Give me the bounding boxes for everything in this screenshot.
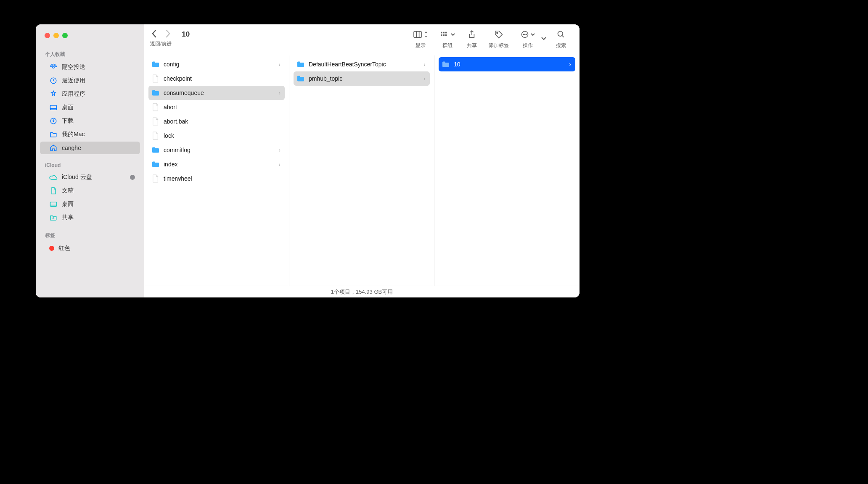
view-mode-button[interactable]: 显示 xyxy=(413,29,428,49)
sidebar-item-tag-red[interactable]: 红色 xyxy=(40,242,140,255)
toolbar-label: 显示 xyxy=(415,42,426,49)
action-button[interactable]: 操作 xyxy=(521,29,535,49)
toolbar-label: 共享 xyxy=(467,42,477,49)
chevron-right-icon: › xyxy=(423,61,426,68)
svg-rect-11 xyxy=(443,34,445,36)
sidebar-item-home[interactable]: canghe xyxy=(40,142,140,154)
svg-point-18 xyxy=(558,32,563,37)
folder-row[interactable]: config› xyxy=(148,57,285,71)
file-icon xyxy=(151,117,160,126)
row-label: checkpoint xyxy=(164,75,281,82)
row-label: abort xyxy=(164,104,281,110)
columns-icon xyxy=(413,29,428,39)
file-row[interactable]: abort xyxy=(148,100,285,114)
home-icon xyxy=(49,144,58,152)
tag-button[interactable]: 添加标签 xyxy=(489,29,509,49)
sidebar-item-icloud-desktop[interactable]: 桌面 xyxy=(40,198,140,210)
nav-group: 返回/前进 xyxy=(150,29,172,47)
group-button[interactable]: 群组 xyxy=(440,29,455,49)
row-label: lock xyxy=(164,132,281,139)
svg-rect-12 xyxy=(445,34,447,36)
row-label: index xyxy=(164,161,278,168)
sidebar-item-applications[interactable]: 应用程序 xyxy=(40,88,140,100)
sidebar-item-label: canghe xyxy=(62,145,135,151)
file-row[interactable]: timerwheel xyxy=(148,171,285,186)
sidebar-item-label: 共享 xyxy=(62,214,135,221)
svg-rect-7 xyxy=(441,32,442,34)
toolbar: 返回/前进 10 显示 群组 xyxy=(144,24,580,55)
file-row[interactable]: lock xyxy=(148,129,285,143)
nav-caption: 返回/前进 xyxy=(150,40,172,47)
sidebar-item-label: 桌面 xyxy=(62,200,135,208)
zoom-window-button[interactable] xyxy=(62,33,68,38)
folder-icon xyxy=(151,160,160,169)
folder-row[interactable]: 10› xyxy=(439,57,575,71)
folder-icon xyxy=(151,88,160,97)
svg-point-17 xyxy=(526,34,527,35)
share-button[interactable]: 共享 xyxy=(467,29,477,49)
sidebar-item-label: iCloud 云盘 xyxy=(62,174,130,181)
share-icon xyxy=(468,29,476,39)
column-1: config›checkpointconsumequeue›abortabort… xyxy=(144,55,289,286)
sidebar-item-documents[interactable]: 文稿 xyxy=(40,184,140,197)
sidebar-item-desktop[interactable]: 桌面 xyxy=(40,101,140,114)
sidebar-item-label: 下载 xyxy=(62,117,135,125)
row-label: consumequeue xyxy=(164,89,278,96)
sidebar-item-downloads[interactable]: 下载 xyxy=(40,115,140,127)
file-icon xyxy=(151,74,160,83)
sidebar-item-label: 最近使用 xyxy=(62,77,135,84)
toolbar-label: 操作 xyxy=(523,42,533,49)
folder-icon xyxy=(151,145,160,155)
folder-row[interactable]: commitlog› xyxy=(148,143,285,157)
row-label: config xyxy=(164,61,278,68)
folder-icon xyxy=(151,60,160,69)
sidebar-item-recents[interactable]: 最近使用 xyxy=(40,74,140,87)
back-button[interactable] xyxy=(151,29,157,38)
folder-row[interactable]: consumequeue› xyxy=(148,86,285,100)
sidebar-item-airdrop[interactable]: 隔空投送 xyxy=(40,61,140,74)
sidebar-item-shared[interactable]: 共享 xyxy=(40,211,140,224)
sidebar-item-label: 应用程序 xyxy=(62,90,135,98)
chevron-right-icon: › xyxy=(278,147,281,153)
svg-point-16 xyxy=(524,34,525,35)
column-3: 10› xyxy=(434,55,580,286)
folder-row[interactable]: DefaultHeartBeatSyncerTopic› xyxy=(294,57,430,71)
file-row[interactable]: abort.bak xyxy=(148,114,285,129)
svg-rect-10 xyxy=(441,34,442,36)
file-icon xyxy=(151,131,160,140)
clock-icon xyxy=(49,76,58,85)
svg-rect-8 xyxy=(443,32,445,34)
folder-row[interactable]: index› xyxy=(148,157,285,171)
sidebar-item-label: 文稿 xyxy=(62,187,135,195)
row-label: commitlog xyxy=(164,147,278,153)
sidebar-item-my-mac[interactable]: 我的Mac xyxy=(40,128,140,141)
row-label: pmhub_topic xyxy=(309,75,423,82)
sidebar: 个人收藏 隔空投送 最近使用 应用程序 桌面 xyxy=(36,24,144,297)
svg-point-15 xyxy=(523,34,524,35)
column-view: config›checkpointconsumequeue›abortabort… xyxy=(144,55,580,286)
main-pane: 返回/前进 10 显示 群组 xyxy=(144,24,580,297)
chevron-right-icon: › xyxy=(278,89,281,96)
finder-window: 个人收藏 隔空投送 最近使用 应用程序 桌面 xyxy=(36,24,580,297)
sidebar-item-label: 红色 xyxy=(58,245,135,252)
row-label: abort.bak xyxy=(164,118,281,125)
folder-row[interactable]: pmhub_topic› xyxy=(294,71,430,86)
close-window-button[interactable] xyxy=(45,33,50,38)
file-row[interactable]: checkpoint xyxy=(148,71,285,86)
svg-point-13 xyxy=(497,32,498,34)
sidebar-item-icloud-drive[interactable]: iCloud 云盘 xyxy=(40,171,140,184)
cloud-icon xyxy=(49,173,58,182)
minimize-window-button[interactable] xyxy=(53,33,59,38)
file-icon xyxy=(151,174,160,183)
folder-icon xyxy=(296,74,305,83)
search-button[interactable]: 搜索 xyxy=(556,29,566,49)
svg-rect-9 xyxy=(445,32,447,34)
chevron-right-icon: › xyxy=(278,61,281,68)
forward-button[interactable] xyxy=(165,29,171,38)
search-icon xyxy=(557,29,565,39)
svg-point-0 xyxy=(53,66,55,68)
file-icon xyxy=(151,103,160,112)
folder-icon xyxy=(441,60,450,69)
desktop-icon xyxy=(49,103,58,112)
toolbar-overflow-button[interactable] xyxy=(541,37,547,48)
